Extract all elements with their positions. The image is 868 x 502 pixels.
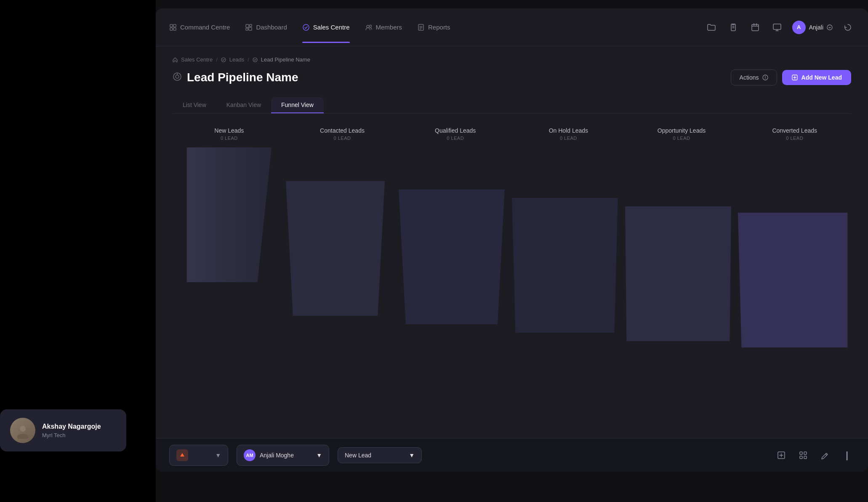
app-window: Command Centre Dashboard (156, 8, 868, 472)
svg-rect-5 (250, 24, 252, 27)
nav-label-members: Members (376, 24, 402, 31)
svg-rect-47 (800, 456, 802, 459)
funnel-col-1-header: New Leads 0 LEAD (214, 127, 244, 141)
funnel-shape-5 (625, 206, 738, 341)
contact-card: Akshay Nagargoje Myrl Tech (0, 409, 126, 451)
svg-rect-0 (170, 24, 173, 27)
funnel-col-onhold-leads: On Hold Leads 0 LEAD (512, 127, 625, 333)
bottom-bar: ▼ AM Anjali Moghe ▼ New Lead ▼ (156, 438, 868, 472)
contact-info: Akshay Nagargoje Myrl Tech (42, 423, 101, 438)
status-dropdown[interactable]: New Lead ▼ (338, 447, 422, 463)
members-icon (365, 24, 373, 31)
nav-item-reports[interactable]: Reports (417, 21, 450, 34)
header-actions: Actions Add New Lead (731, 69, 851, 85)
more-icon-btn[interactable]: | (839, 448, 855, 463)
tab-list-view[interactable]: List View (173, 97, 216, 113)
status-label: New Lead (345, 452, 371, 459)
svg-point-10 (369, 25, 371, 27)
add-new-lead-button[interactable]: Add New Lead (782, 70, 851, 85)
funnel-col-4-count: 0 LEAD (549, 136, 588, 141)
main-content: Sales Centre / Leads / Lead Pipeline Nam… (156, 46, 868, 472)
funnel-col-5-count: 0 LEAD (658, 136, 706, 141)
svg-rect-45 (800, 452, 802, 454)
breadcrumb-sep-2: / (248, 56, 249, 63)
nav-right: A Anjali (705, 21, 855, 34)
svg-rect-3 (173, 28, 176, 30)
contact-company: Myrl Tech (42, 432, 101, 438)
add-square-icon-btn[interactable] (774, 448, 789, 463)
svg-point-27 (253, 58, 257, 62)
funnel-col-3-header: Qualified Leads 0 LEAD (435, 127, 476, 141)
funnel-col-3-count: 0 LEAD (435, 136, 476, 141)
nav-label-reports: Reports (428, 24, 450, 31)
nav-label-command-centre: Command Centre (180, 24, 230, 31)
assignee-dropdown[interactable]: AM Anjali Moghe ▼ (237, 445, 329, 466)
svg-point-50 (17, 434, 28, 439)
assignee-name: Anjali Moghe (260, 452, 294, 459)
grid-icon (169, 24, 177, 31)
svg-point-32 (765, 78, 766, 79)
refresh-icon-btn[interactable] (841, 21, 855, 34)
actions-label: Actions (740, 74, 759, 81)
navbar: Command Centre Dashboard (156, 8, 868, 46)
contact-avatar (10, 418, 35, 443)
svg-rect-48 (804, 456, 807, 459)
nav-item-sales-centre[interactable]: Sales Centre (302, 21, 350, 34)
edit-icon-btn[interactable] (817, 448, 833, 463)
funnel-col-opportunity-leads: Opportunity Leads 0 LEAD (625, 127, 738, 341)
funnel-col-4-title: On Hold Leads (549, 127, 588, 134)
user-name: Anjali (809, 24, 823, 31)
funnel-col-4-header: On Hold Leads 0 LEAD (549, 127, 588, 141)
status-dropdown-arrow: ▼ (409, 452, 415, 459)
nav-item-command-centre[interactable]: Command Centre (169, 21, 230, 34)
tab-funnel-view[interactable]: Funnel View (271, 97, 324, 113)
svg-point-25 (827, 25, 832, 30)
view-tabs: List View Kanban View Funnel View (173, 97, 851, 114)
bottom-actions: | (774, 448, 855, 463)
nav-item-members[interactable]: Members (365, 21, 402, 34)
breadcrumb-pipeline-name: Lead Pipeline Name (261, 56, 310, 63)
page-title-row: Lead Pipeline Name (173, 71, 298, 84)
grid-layout-icon-btn[interactable] (796, 448, 811, 463)
pipeline-icon (173, 72, 182, 83)
contact-name: Akshay Nagargoje (42, 423, 101, 430)
funnel-container: New Leads 0 LEAD (173, 127, 851, 462)
funnel-shape-2 (286, 181, 399, 316)
svg-point-49 (20, 426, 26, 432)
svg-rect-11 (418, 24, 423, 30)
assignee-dropdown-arrow: ▼ (316, 452, 322, 459)
breadcrumb-leads: Leads (229, 56, 244, 63)
funnel-col-6-count: 0 LEAD (772, 136, 817, 141)
funnel-shape-1 (173, 147, 286, 282)
nav-label-sales-centre: Sales Centre (313, 24, 350, 31)
priority-dropdown[interactable]: ▼ (169, 445, 228, 466)
tab-kanban-view[interactable]: Kanban View (216, 97, 271, 113)
funnel-col-6-header: Converted Leads 0 LEAD (772, 127, 817, 141)
priority-dropdown-arrow: ▼ (215, 452, 221, 459)
reports-icon (417, 24, 425, 31)
calendar-icon-btn[interactable] (748, 21, 762, 34)
nav-left: Command Centre Dashboard (169, 21, 450, 34)
funnel-col-qualified-leads: Qualified Leads 0 LEAD (399, 127, 512, 324)
folder-icon-btn[interactable] (705, 21, 718, 34)
svg-marker-37 (286, 181, 385, 316)
funnel-col-new-leads: New Leads 0 LEAD (173, 127, 286, 282)
actions-button[interactable]: Actions (731, 69, 777, 85)
funnel-col-1-title: New Leads (214, 127, 244, 134)
monitor-icon-btn[interactable] (770, 21, 784, 34)
svg-point-26 (221, 58, 226, 62)
user-avatar-btn[interactable]: A Anjali (792, 21, 833, 34)
nav-item-dashboard[interactable]: Dashboard (245, 21, 287, 34)
funnel-col-converted-leads: Converted Leads 0 LEAD (738, 127, 851, 347)
contact-avatar-img (10, 418, 35, 443)
page-header: Lead Pipeline Name Actions (173, 69, 851, 85)
funnel-col-1-count: 0 LEAD (214, 136, 244, 141)
clipboard-icon-btn[interactable] (727, 21, 740, 34)
svg-marker-36 (187, 147, 272, 282)
svg-rect-6 (246, 28, 248, 30)
breadcrumb-sep-1: / (216, 56, 218, 63)
funnel-shape-3 (399, 190, 512, 324)
page-title: Lead Pipeline Name (187, 71, 298, 84)
funnel-col-contacted-leads: Contacted Leads 0 LEAD (286, 127, 399, 316)
dashboard-icon (245, 24, 253, 31)
